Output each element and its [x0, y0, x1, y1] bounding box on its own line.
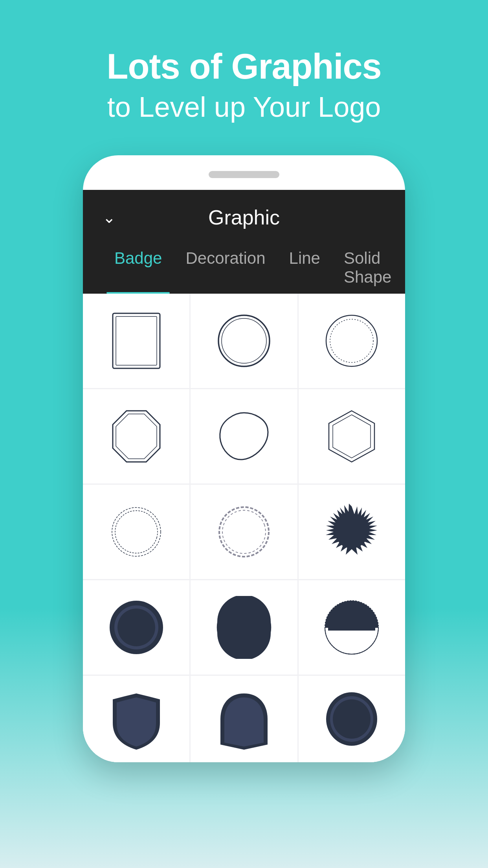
svg-marker-9: [333, 415, 371, 458]
svg-marker-8: [329, 411, 374, 462]
phone-speaker: [209, 171, 279, 178]
svg-point-10: [112, 508, 161, 556]
svg-point-12: [219, 507, 269, 557]
badge-grid: [83, 294, 405, 762]
chevron-down-icon[interactable]: ⌄: [103, 208, 116, 226]
grid-cell-circle-dotted[interactable]: [299, 294, 405, 388]
grid-cell-rope-circle[interactable]: [83, 485, 189, 579]
svg-rect-0: [113, 313, 160, 368]
grid-cell-hexagon[interactable]: [299, 389, 405, 484]
svg-point-14: [335, 515, 368, 548]
tab-decoration[interactable]: Decoration: [174, 241, 277, 294]
grid-cell-sunburst[interactable]: [299, 485, 405, 579]
grid-cell-square-outline[interactable]: [83, 294, 189, 388]
svg-rect-19: [217, 622, 271, 633]
svg-point-5: [330, 319, 373, 362]
grid-cell-dark-circle-badge[interactable]: [83, 580, 189, 675]
tab-solid-shape[interactable]: Solid Shape: [332, 241, 403, 294]
svg-rect-1: [116, 316, 157, 365]
svg-point-11: [110, 506, 162, 558]
svg-point-17: [117, 609, 155, 646]
svg-marker-6: [113, 411, 160, 462]
grid-cell-twisted-circle[interactable]: [191, 485, 297, 579]
svg-marker-7: [116, 414, 157, 459]
grid-cell-shield-badge-2[interactable]: [299, 676, 405, 762]
grid-cell-arch-badge[interactable]: [191, 676, 297, 762]
svg-rect-21: [328, 624, 375, 631]
svg-point-13: [216, 504, 272, 560]
app-screen: ⌄ Graphic Badge Decoration Line Solid Sh…: [83, 190, 405, 762]
grid-cell-octagon[interactable]: [83, 389, 189, 484]
tabs-row: Badge Decoration Line Solid Shape: [103, 241, 385, 294]
tab-badge[interactable]: Badge: [103, 241, 174, 294]
grid-cell-dark-split-badge[interactable]: [299, 580, 405, 675]
svg-point-24: [333, 699, 371, 739]
svg-point-3: [222, 318, 266, 363]
app-header: ⌄ Graphic Badge Decoration Line Solid Sh…: [83, 190, 405, 294]
app-header-top: ⌄ Graphic: [103, 206, 385, 241]
grid-cell-dark-stripe-badge[interactable]: [191, 580, 297, 675]
svg-point-2: [218, 315, 270, 366]
app-screen-title: Graphic: [208, 206, 280, 229]
grid-cell-blob[interactable]: [191, 389, 297, 484]
grid-cell-shield-badge-1[interactable]: [83, 676, 189, 762]
svg-point-4: [326, 315, 377, 366]
tab-line[interactable]: Line: [277, 241, 332, 294]
grid-cell-circle-outline[interactable]: [191, 294, 297, 388]
page-title: Lots of Graphics: [106, 47, 381, 86]
header-section: Lots of Graphics to Level up Your Logo: [106, 47, 381, 124]
phone-mockup: ⌄ Graphic Badge Decoration Line Solid Sh…: [83, 155, 405, 762]
page-subtitle: to Level up Your Logo: [106, 90, 381, 124]
